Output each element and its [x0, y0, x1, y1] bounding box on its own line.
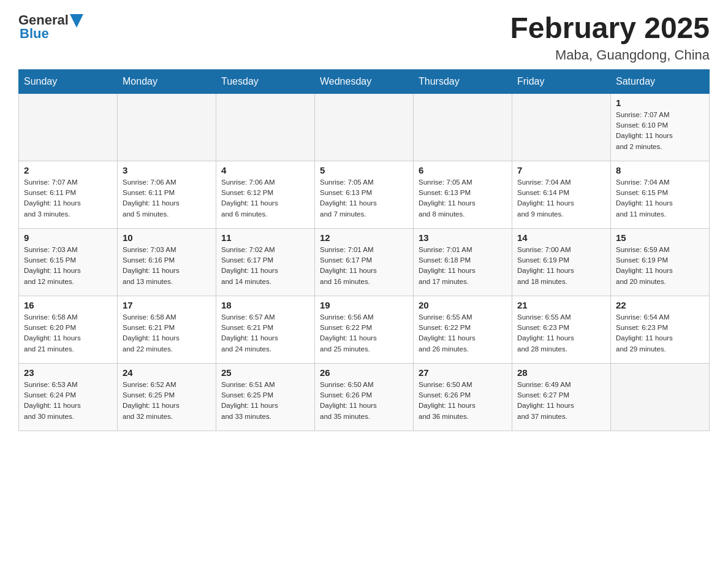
column-header-thursday: Thursday [414, 69, 512, 93]
calendar-header-row: SundayMondayTuesdayWednesdayThursdayFrid… [19, 69, 710, 93]
day-number: 27 [419, 367, 507, 378]
day-number: 12 [320, 232, 408, 243]
day-number: 20 [419, 300, 507, 310]
calendar-cell: 26Sunrise: 6:50 AM Sunset: 6:26 PM Dayli… [315, 363, 414, 431]
day-number: 14 [517, 232, 605, 243]
day-info: Sunrise: 6:51 AM Sunset: 6:25 PM Dayligh… [221, 380, 309, 422]
calendar-cell: 1Sunrise: 7:07 AM Sunset: 6:10 PM Daylig… [611, 93, 710, 161]
day-number: 10 [123, 232, 211, 243]
title-block: February 2025 Maba, Guangdong, China [510, 12, 710, 63]
calendar-week-row: 1Sunrise: 7:07 AM Sunset: 6:10 PM Daylig… [19, 93, 710, 161]
day-number: 2 [24, 165, 112, 175]
day-number: 24 [123, 367, 211, 378]
calendar-cell: 9Sunrise: 7:03 AM Sunset: 6:15 PM Daylig… [19, 228, 118, 296]
calendar-cell: 24Sunrise: 6:52 AM Sunset: 6:25 PM Dayli… [118, 363, 216, 431]
day-info: Sunrise: 6:49 AM Sunset: 6:27 PM Dayligh… [517, 380, 605, 422]
day-number: 8 [616, 165, 704, 175]
day-number: 5 [320, 165, 408, 175]
day-info: Sunrise: 6:55 AM Sunset: 6:22 PM Dayligh… [419, 312, 507, 354]
day-info: Sunrise: 6:50 AM Sunset: 6:26 PM Dayligh… [320, 380, 408, 422]
day-info: Sunrise: 6:50 AM Sunset: 6:26 PM Dayligh… [419, 380, 507, 422]
calendar-cell: 3Sunrise: 7:06 AM Sunset: 6:11 PM Daylig… [118, 161, 216, 228]
day-info: Sunrise: 7:01 AM Sunset: 6:18 PM Dayligh… [419, 245, 507, 287]
day-number: 28 [517, 367, 605, 378]
calendar-cell: 18Sunrise: 6:57 AM Sunset: 6:21 PM Dayli… [216, 296, 315, 363]
day-info: Sunrise: 7:03 AM Sunset: 6:15 PM Dayligh… [24, 245, 112, 287]
day-info: Sunrise: 7:06 AM Sunset: 6:11 PM Dayligh… [123, 177, 211, 220]
calendar-cell [512, 93, 611, 161]
day-number: 1 [616, 98, 704, 108]
logo: General Blue [18, 12, 83, 42]
calendar-cell: 16Sunrise: 6:58 AM Sunset: 6:20 PM Dayli… [19, 296, 118, 363]
day-info: Sunrise: 6:52 AM Sunset: 6:25 PM Dayligh… [123, 380, 211, 422]
calendar-week-row: 23Sunrise: 6:53 AM Sunset: 6:24 PM Dayli… [19, 363, 710, 431]
calendar-cell [216, 93, 315, 161]
day-info: Sunrise: 7:04 AM Sunset: 6:14 PM Dayligh… [517, 177, 605, 220]
calendar-cell: 20Sunrise: 6:55 AM Sunset: 6:22 PM Dayli… [414, 296, 512, 363]
day-info: Sunrise: 6:55 AM Sunset: 6:23 PM Dayligh… [517, 312, 605, 354]
calendar-cell: 11Sunrise: 7:02 AM Sunset: 6:17 PM Dayli… [216, 228, 315, 296]
calendar-cell: 17Sunrise: 6:58 AM Sunset: 6:21 PM Dayli… [118, 296, 216, 363]
calendar-cell: 5Sunrise: 7:05 AM Sunset: 6:13 PM Daylig… [315, 161, 414, 228]
calendar-cell [19, 93, 118, 161]
calendar-cell: 23Sunrise: 6:53 AM Sunset: 6:24 PM Dayli… [19, 363, 118, 431]
calendar-cell: 27Sunrise: 6:50 AM Sunset: 6:26 PM Dayli… [414, 363, 512, 431]
calendar-week-row: 2Sunrise: 7:07 AM Sunset: 6:11 PM Daylig… [19, 161, 710, 228]
calendar-cell [315, 93, 414, 161]
column-header-sunday: Sunday [19, 69, 118, 93]
day-info: Sunrise: 6:59 AM Sunset: 6:19 PM Dayligh… [616, 245, 704, 287]
column-header-saturday: Saturday [611, 69, 710, 93]
day-number: 9 [24, 232, 112, 243]
logo-blue-text: Blue [20, 26, 49, 42]
svg-marker-0 [70, 14, 83, 28]
column-header-tuesday: Tuesday [216, 69, 315, 93]
day-info: Sunrise: 7:00 AM Sunset: 6:19 PM Dayligh… [517, 245, 605, 287]
calendar-cell: 28Sunrise: 6:49 AM Sunset: 6:27 PM Dayli… [512, 363, 611, 431]
day-info: Sunrise: 6:57 AM Sunset: 6:21 PM Dayligh… [221, 312, 309, 354]
day-number: 15 [616, 232, 704, 243]
day-number: 25 [221, 367, 309, 378]
calendar-cell: 13Sunrise: 7:01 AM Sunset: 6:18 PM Dayli… [414, 228, 512, 296]
calendar-cell: 15Sunrise: 6:59 AM Sunset: 6:19 PM Dayli… [611, 228, 710, 296]
day-number: 26 [320, 367, 408, 378]
calendar-cell: 14Sunrise: 7:00 AM Sunset: 6:19 PM Dayli… [512, 228, 611, 296]
column-header-wednesday: Wednesday [315, 69, 414, 93]
day-number: 7 [517, 165, 605, 175]
day-info: Sunrise: 6:56 AM Sunset: 6:22 PM Dayligh… [320, 312, 408, 354]
column-header-monday: Monday [118, 69, 216, 93]
calendar-cell: 6Sunrise: 7:05 AM Sunset: 6:13 PM Daylig… [414, 161, 512, 228]
day-info: Sunrise: 6:53 AM Sunset: 6:24 PM Dayligh… [24, 380, 112, 422]
day-number: 4 [221, 165, 309, 175]
calendar-week-row: 9Sunrise: 7:03 AM Sunset: 6:15 PM Daylig… [19, 228, 710, 296]
day-number: 6 [419, 165, 507, 175]
day-number: 11 [221, 232, 309, 243]
day-info: Sunrise: 7:07 AM Sunset: 6:11 PM Dayligh… [24, 177, 112, 220]
calendar-cell: 10Sunrise: 7:03 AM Sunset: 6:16 PM Dayli… [118, 228, 216, 296]
calendar-cell [414, 93, 512, 161]
calendar-title: February 2025 [510, 12, 710, 45]
day-number: 3 [123, 165, 211, 175]
calendar-cell: 21Sunrise: 6:55 AM Sunset: 6:23 PM Dayli… [512, 296, 611, 363]
calendar-cell: 7Sunrise: 7:04 AM Sunset: 6:14 PM Daylig… [512, 161, 611, 228]
day-info: Sunrise: 7:01 AM Sunset: 6:17 PM Dayligh… [320, 245, 408, 287]
day-number: 19 [320, 300, 408, 310]
day-number: 13 [419, 232, 507, 243]
day-number: 21 [517, 300, 605, 310]
calendar-cell: 4Sunrise: 7:06 AM Sunset: 6:12 PM Daylig… [216, 161, 315, 228]
calendar-cell [611, 363, 710, 431]
day-info: Sunrise: 7:04 AM Sunset: 6:15 PM Dayligh… [616, 177, 704, 220]
day-number: 23 [24, 367, 112, 378]
day-number: 22 [616, 300, 704, 310]
day-info: Sunrise: 6:58 AM Sunset: 6:20 PM Dayligh… [24, 312, 112, 354]
day-number: 18 [221, 300, 309, 310]
day-info: Sunrise: 6:58 AM Sunset: 6:21 PM Dayligh… [123, 312, 211, 354]
calendar-cell: 8Sunrise: 7:04 AM Sunset: 6:15 PM Daylig… [611, 161, 710, 228]
calendar-cell: 25Sunrise: 6:51 AM Sunset: 6:25 PM Dayli… [216, 363, 315, 431]
logo-arrow-icon [70, 14, 83, 28]
calendar-subtitle: Maba, Guangdong, China [510, 47, 710, 63]
calendar-cell: 12Sunrise: 7:01 AM Sunset: 6:17 PM Dayli… [315, 228, 414, 296]
calendar-week-row: 16Sunrise: 6:58 AM Sunset: 6:20 PM Dayli… [19, 296, 710, 363]
day-info: Sunrise: 7:06 AM Sunset: 6:12 PM Dayligh… [221, 177, 309, 220]
day-info: Sunrise: 7:05 AM Sunset: 6:13 PM Dayligh… [320, 177, 408, 220]
day-info: Sunrise: 7:03 AM Sunset: 6:16 PM Dayligh… [123, 245, 211, 287]
